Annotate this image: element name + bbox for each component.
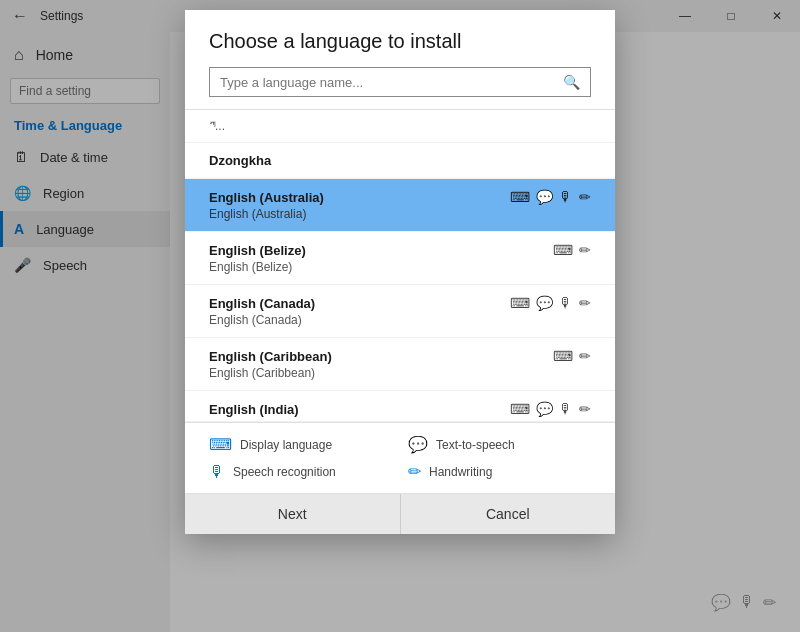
english-canada-native: English (Canada)	[209, 313, 591, 327]
english-belize-name: English (Belize)	[209, 243, 306, 258]
english-caribbean-name: English (Caribbean)	[209, 349, 332, 364]
english-australia-icons: ⌨ 💬 🎙 ✏	[510, 189, 591, 205]
partial-lang-text: ཀ...	[209, 119, 225, 133]
legend-handwriting-label: Handwriting	[429, 465, 492, 479]
dialog-legend: ⌨ Display language 💬 Text-to-speech 🎙 Sp…	[185, 422, 615, 493]
english-australia-name: English (Australia)	[209, 190, 324, 205]
display-lang-icon-caribbean: ⌨	[553, 348, 573, 364]
tts-icon-canada: 💬	[536, 295, 553, 311]
english-india-name: English (India)	[209, 402, 299, 417]
display-lang-icon-canada: ⌨	[510, 295, 530, 311]
speech-recog-icon: 🎙	[559, 189, 573, 205]
dialog-header: Choose a language to install 🔍	[185, 10, 615, 109]
language-item-dzongkha[interactable]: Dzongkha	[185, 143, 615, 179]
next-button[interactable]: Next	[185, 494, 400, 534]
language-item-partial: ཀ...	[185, 110, 615, 143]
speech-recog-icon-india: 🎙	[559, 401, 573, 417]
handwriting-icon-india: ✏	[579, 401, 591, 417]
english-india-header: English (India) ⌨ 💬 🎙 ✏	[209, 401, 591, 417]
legend-display: ⌨ Display language	[209, 435, 392, 454]
english-canada-name: English (Canada)	[209, 296, 315, 311]
handwriting-icon-canada: ✏	[579, 295, 591, 311]
dialog-overlay: Choose a language to install 🔍 ཀ... Dzon…	[0, 0, 800, 632]
legend-handwriting-icon: ✏	[408, 462, 421, 481]
tts-icon-india: 💬	[536, 401, 553, 417]
legend-tts-icon: 💬	[408, 435, 428, 454]
search-icon: 🔍	[563, 74, 580, 90]
legend-speech-label: Speech recognition	[233, 465, 336, 479]
language-item-english-canada[interactable]: English (Canada) ⌨ 💬 🎙 ✏ English (Canada…	[185, 285, 615, 338]
english-canada-icons: ⌨ 💬 🎙 ✏	[510, 295, 591, 311]
legend-speech-icon: 🎙	[209, 463, 225, 481]
language-list[interactable]: ཀ... Dzongkha English (Australia) ⌨ 💬 🎙	[185, 109, 615, 422]
english-belize-header: English (Belize) ⌨ ✏	[209, 242, 591, 258]
english-australia-header: English (Australia) ⌨ 💬 🎙 ✏	[209, 189, 591, 205]
legend-tts: 💬 Text-to-speech	[408, 435, 591, 454]
english-australia-native: English (Australia)	[209, 207, 591, 221]
language-search-input[interactable]	[220, 75, 555, 90]
dzongkha-header: Dzongkha	[209, 153, 591, 168]
legend-speech: 🎙 Speech recognition	[209, 462, 392, 481]
legend-handwriting: ✏ Handwriting	[408, 462, 591, 481]
legend-display-icon: ⌨	[209, 435, 232, 454]
legend-display-label: Display language	[240, 438, 332, 452]
speech-recog-icon-canada: 🎙	[559, 295, 573, 311]
display-lang-icon-belize: ⌨	[553, 242, 573, 258]
dialog-title: Choose a language to install	[209, 30, 591, 53]
language-item-english-belize[interactable]: English (Belize) ⌨ ✏ English (Belize)	[185, 232, 615, 285]
legend-tts-label: Text-to-speech	[436, 438, 515, 452]
handwriting-icon: ✏	[579, 189, 591, 205]
language-item-english-australia[interactable]: English (Australia) ⌨ 💬 🎙 ✏ English (Aus…	[185, 179, 615, 232]
language-item-english-caribbean[interactable]: English (Caribbean) ⌨ ✏ English (Caribbe…	[185, 338, 615, 391]
language-install-dialog: Choose a language to install 🔍 ཀ... Dzon…	[185, 10, 615, 534]
display-lang-icon: ⌨	[510, 189, 530, 205]
handwriting-icon-belize: ✏	[579, 242, 591, 258]
english-belize-icons: ⌨ ✏	[553, 242, 591, 258]
dialog-buttons: Next Cancel	[185, 493, 615, 534]
english-belize-native: English (Belize)	[209, 260, 591, 274]
handwriting-icon-caribbean: ✏	[579, 348, 591, 364]
english-caribbean-header: English (Caribbean) ⌨ ✏	[209, 348, 591, 364]
english-caribbean-icons: ⌨ ✏	[553, 348, 591, 364]
english-india-icons: ⌨ 💬 🎙 ✏	[510, 401, 591, 417]
dzongkha-name: Dzongkha	[209, 153, 271, 168]
english-caribbean-native: English (Caribbean)	[209, 366, 591, 380]
cancel-button[interactable]: Cancel	[400, 494, 616, 534]
english-canada-header: English (Canada) ⌨ 💬 🎙 ✏	[209, 295, 591, 311]
language-search-box[interactable]: 🔍	[209, 67, 591, 97]
language-item-english-india[interactable]: English (India) ⌨ 💬 🎙 ✏	[185, 391, 615, 422]
tts-icon: 💬	[536, 189, 553, 205]
display-lang-icon-india: ⌨	[510, 401, 530, 417]
